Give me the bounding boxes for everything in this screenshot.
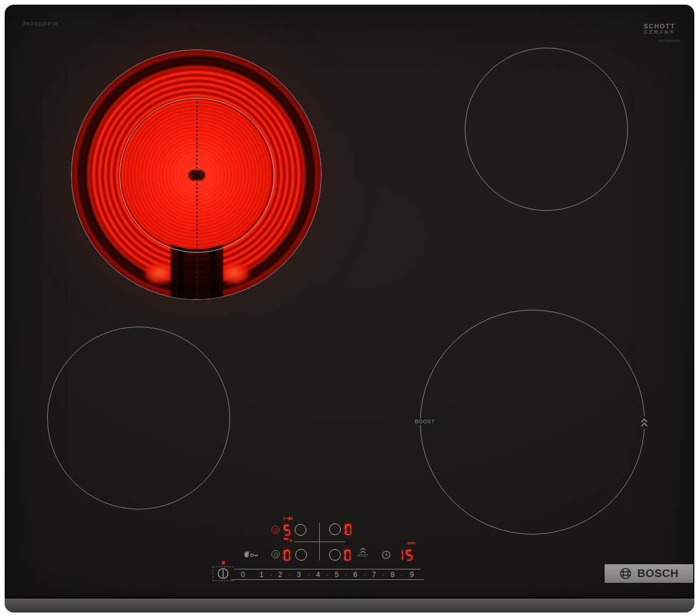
display-front-left <box>284 550 290 561</box>
slider-separator: · <box>270 569 272 580</box>
heat-indicator-dot <box>290 540 292 541</box>
bosch-logo-text: BOSCH <box>637 567 679 580</box>
extend-zone-icon[interactable] <box>283 516 293 521</box>
power-level-slider[interactable]: 0 1 · 2 · 3 · 4 · 5 · 6 · 7 · 8 · 9 <box>234 569 421 580</box>
slider-number-6[interactable]: 6 <box>354 569 358 580</box>
slider-separator: · <box>363 569 366 580</box>
zone-selector-cross-horizontal <box>294 541 345 542</box>
boost-zone-label: BOOST <box>413 418 437 425</box>
model-number-label: PKF631FP3E <box>23 21 59 27</box>
slider-separator: · <box>382 569 384 580</box>
slider-number-4[interactable]: 4 <box>316 569 320 580</box>
slider-separator: · <box>345 569 347 580</box>
coil-divider-lower <box>196 246 197 300</box>
slider-number-3[interactable]: 3 <box>297 569 301 580</box>
zone-select-front-left[interactable] <box>295 549 307 561</box>
timer-clock-icon[interactable] <box>382 550 391 560</box>
slider-number-2[interactable]: 2 <box>278 569 283 580</box>
zone-select-rear-right[interactable] <box>329 523 341 535</box>
bosch-badge: BOSCH <box>605 564 693 583</box>
front-trim-strip <box>5 597 694 613</box>
child-lock-icon[interactable] <box>243 550 259 558</box>
schott-ceran-logo: SCHOTT CERAN® <box>640 23 679 36</box>
heat-indicator-bar <box>284 538 288 540</box>
hob-product-image: PKF631FP3E SCHOTT CERAN® 9001854466 BOOS… <box>0 0 699 616</box>
power-button[interactable] <box>217 567 230 580</box>
slider-separator: · <box>326 569 329 580</box>
dual-circuit-icon-active[interactable] <box>271 526 280 534</box>
inner-zone-ring <box>119 98 274 253</box>
serial-number-label: 9001854466 <box>659 39 680 43</box>
cooking-zone-front-right <box>420 310 645 534</box>
slider-number-8[interactable]: 8 <box>391 569 395 580</box>
cooking-zone-rear-left-active <box>71 49 322 300</box>
zone-more-chevron-icon <box>640 416 649 429</box>
display-rear-left <box>284 525 290 536</box>
slider-separator: · <box>401 569 403 580</box>
zone-select-front-right[interactable] <box>329 549 341 561</box>
cooking-zone-front-left <box>47 327 230 509</box>
slider-separator: · <box>288 569 291 580</box>
schott-logo-line2: CERAN® <box>640 30 679 36</box>
slider-separator: · <box>308 569 310 580</box>
zone-select-rear-left[interactable] <box>295 524 306 536</box>
slider-number-5[interactable]: 5 <box>335 569 339 580</box>
slider-number-1[interactable]: 1 <box>260 569 264 580</box>
slider-number-7[interactable]: 7 <box>372 569 376 580</box>
slider-number-0[interactable]: 0 <box>241 569 245 580</box>
slider-number-9[interactable]: 9 <box>410 569 414 580</box>
power-indicator-dot <box>222 561 225 564</box>
timer-unit-label: min <box>407 540 415 546</box>
timer-display <box>397 550 412 561</box>
boost-button[interactable]: BOOST <box>356 547 369 558</box>
dual-circuit-icon[interactable] <box>271 550 280 558</box>
cooking-zone-rear-right <box>465 48 628 211</box>
boost-button-label: BOOST <box>356 555 369 558</box>
bosch-armature-icon <box>619 567 632 580</box>
display-front-right <box>344 550 351 561</box>
display-rear-right <box>345 524 351 535</box>
